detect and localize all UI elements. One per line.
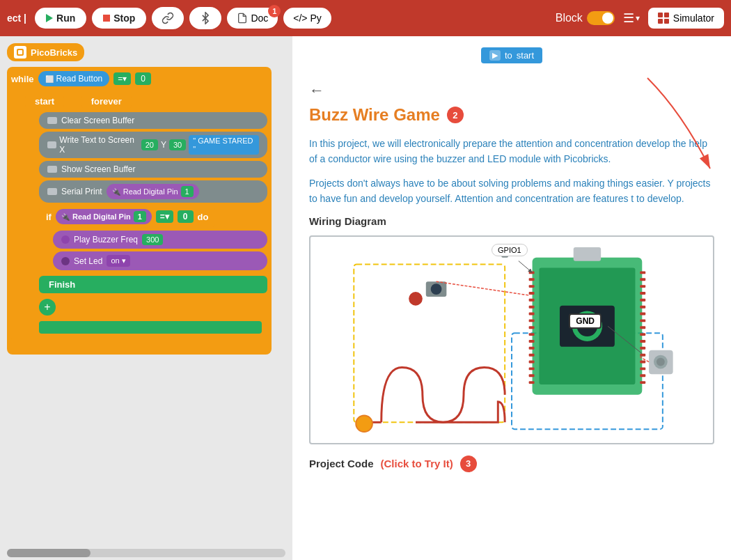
svg-line-56 — [519, 260, 533, 272]
to-chip-icon: ▶ — [489, 50, 501, 61]
gpio-label: GPIO1 — [492, 244, 528, 256]
forever-block: forever — [81, 93, 132, 109]
svg-rect-34 — [640, 326, 645, 329]
to-start-chip: ▶ to start — [481, 47, 542, 63]
svg-rect-22 — [529, 360, 535, 363]
while-keyword: while — [11, 74, 34, 84]
on-dropdown[interactable]: on ▾ — [107, 255, 129, 267]
picobricks-icon — [14, 46, 26, 59]
eq2-label: =▾ — [160, 212, 169, 221]
doc-label: Doc — [251, 13, 268, 24]
svg-rect-38 — [640, 353, 645, 356]
svg-line-54 — [437, 281, 529, 295]
scroll-thumb[interactable] — [7, 549, 91, 557]
wiring-diagram-title: Wiring Diagram — [309, 215, 714, 227]
serial-print-block[interactable]: Serial Print 🔌 Read Digital Pin 1 — [39, 180, 267, 203]
back-arrow-button[interactable]: ← — [309, 81, 714, 100]
svg-rect-21 — [529, 353, 535, 356]
green-strip — [39, 321, 262, 334]
doc-panel: ▶ to start ← — [292, 36, 731, 560]
svg-rect-18 — [529, 333, 535, 336]
eq2-block[interactable]: =▾ — [156, 210, 173, 223]
svg-rect-35 — [640, 333, 645, 336]
doc-badge: 1 — [268, 5, 281, 17]
svg-rect-29 — [640, 292, 645, 295]
svg-rect-31 — [640, 305, 645, 308]
svg-rect-24 — [529, 374, 535, 377]
buzzer-label: Play Buzzer Freq — [74, 235, 138, 244]
if-container: if 🔌 Read Digital Pin 1 =▾ — [39, 205, 267, 270]
led-block[interactable]: Set Led on ▾ — [53, 251, 267, 270]
svg-point-48 — [409, 292, 423, 306]
run-button[interactable]: Run — [35, 8, 86, 29]
write-text-block[interactable]: Write Text to Screen X 20 Y 30 " GAME ST… — [39, 132, 267, 158]
horizontal-scrollbar[interactable] — [7, 549, 285, 557]
rdp2-num-val: 1 — [138, 212, 142, 221]
block-workspace: PicoBricks while ⬜ Read Button =▾ 0 — [0, 36, 292, 560]
svg-rect-40 — [640, 367, 645, 370]
write-text-label: Write Text to Screen X — [59, 135, 138, 155]
doc-icon — [237, 13, 248, 24]
svg-rect-33 — [640, 319, 645, 322]
read-button-block[interactable]: ⬜ Read Button — [38, 71, 110, 86]
stop-label: Stop — [113, 13, 135, 24]
show-screen-block[interactable]: Show Screen Buffer — [39, 161, 267, 178]
svg-rect-16 — [529, 319, 535, 322]
doc-paragraph-1: In this project, we will electronically … — [309, 136, 714, 167]
buzzer-block[interactable]: Play Buzzer Freq 300 — [53, 231, 267, 249]
screen-icon — [47, 117, 57, 124]
connect-icon — [162, 12, 174, 24]
num-zero2: 0 — [183, 212, 188, 221]
click-try-link[interactable]: (Click to Try It) — [381, 458, 453, 469]
clear-screen-block[interactable]: Clear Screen Buffer — [39, 112, 267, 129]
freq-block: 300 — [142, 234, 163, 245]
bluetooth-icon — [199, 12, 212, 24]
rdp2-block[interactable]: 🔌 Read Digital Pin 1 — [56, 209, 152, 224]
main-layout: PicoBricks while ⬜ Read Button =▾ 0 — [0, 36, 731, 560]
blocks-panel: PicoBricks while ⬜ Read Button =▾ 0 — [0, 36, 292, 560]
python-button[interactable]: </> Py — [283, 8, 331, 29]
simulator-button[interactable]: Simulator — [648, 8, 724, 29]
svg-rect-15 — [529, 312, 535, 315]
svg-rect-41 — [640, 374, 645, 377]
toggle-pill[interactable] — [587, 11, 615, 25]
stop-button[interactable]: Stop — [92, 8, 146, 29]
block-toggle[interactable]: Block — [556, 11, 615, 25]
game-text: " GAME STARED " — [193, 137, 253, 153]
if-inner-blocks: Play Buzzer Freq 300 Set Led on ▾ — [53, 231, 267, 270]
finish-block: Finish — [39, 276, 267, 293]
eq-block[interactable]: =▾ — [113, 72, 131, 85]
screen-icon2 — [47, 141, 56, 148]
rdp-num: 1 — [181, 186, 194, 197]
to-start-container: ▶ to start — [309, 47, 714, 75]
svg-rect-20 — [529, 346, 535, 349]
serial-icon — [47, 188, 57, 195]
project-label: ect | — [7, 13, 26, 24]
rdp2-label: Read Digital Pin — [72, 212, 131, 221]
start-block: start — [25, 93, 64, 109]
if-keyword: if — [46, 212, 52, 222]
svg-rect-27 — [640, 278, 645, 281]
start-chip-label: start — [517, 50, 534, 61]
svg-rect-19 — [529, 340, 535, 343]
svg-rect-30 — [640, 298, 645, 301]
clear-screen-label: Clear Screen Buffer — [61, 116, 134, 125]
connect-button[interactable] — [152, 7, 184, 29]
doc-button[interactable]: Doc 1 — [227, 8, 278, 29]
menu-button[interactable]: ☰ ▾ — [623, 10, 640, 26]
rdp-block[interactable]: 🔌 Read Digital Pin 1 — [107, 184, 199, 199]
bluetooth-button[interactable] — [189, 7, 221, 29]
rdp-label: Read Digital Pin — [123, 187, 178, 196]
serial-print-label: Serial Print — [61, 187, 102, 196]
svg-rect-7 — [574, 247, 601, 260]
add-block-button[interactable]: + — [39, 299, 56, 316]
rdp-num-val: 1 — [185, 187, 189, 196]
if-block: if 🔌 Read Digital Pin 1 =▾ — [39, 205, 215, 228]
show-screen-label: Show Screen Buffer — [61, 164, 136, 174]
project-code-section: Project Code (Click to Try It) 3 — [309, 456, 714, 472]
svg-rect-10 — [529, 278, 535, 281]
to-label: to — [505, 50, 512, 61]
block-label: Block — [556, 12, 583, 24]
svg-rect-23 — [529, 367, 535, 370]
svg-rect-26 — [640, 271, 645, 274]
